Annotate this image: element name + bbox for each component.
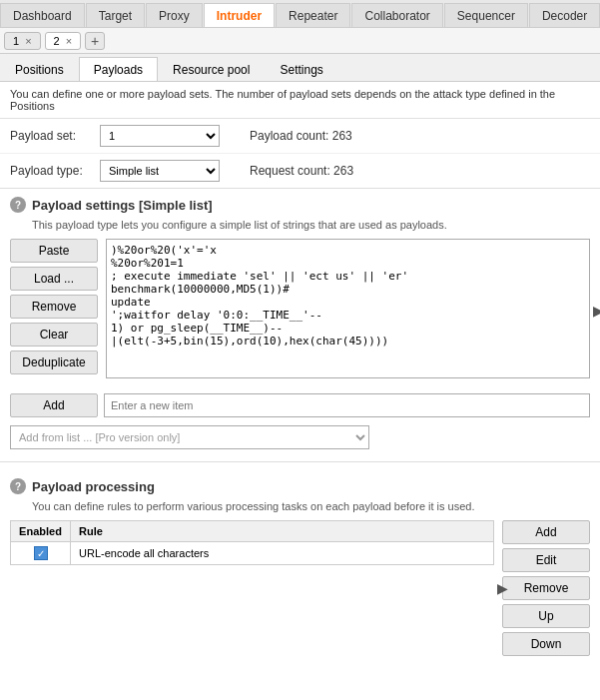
- add-tab-button[interactable]: +: [85, 32, 105, 50]
- add-item-row: Add: [0, 389, 600, 421]
- payload-count-label: Payload count:: [250, 129, 328, 143]
- num-tab-2-label: 2: [54, 35, 60, 47]
- main-content: You can define one or more payload sets.…: [0, 82, 600, 700]
- rule-cell: URL-encode all characters: [71, 542, 494, 565]
- payload-settings-header: ? Payload settings [Simple list]: [0, 189, 600, 217]
- remove-button[interactable]: Remove: [10, 295, 98, 319]
- tab-proxy[interactable]: Proxy: [146, 3, 203, 27]
- payload-type-select[interactable]: Simple list Runtime file Brute forcer: [100, 160, 220, 182]
- num-tab-2-close[interactable]: ×: [66, 35, 72, 47]
- payload-textarea[interactable]: )%20or%20('x'='x %20or%201=1 ; execute i…: [106, 239, 590, 378]
- num-tab-1-close[interactable]: ×: [25, 35, 31, 47]
- col-header-rule: Rule: [71, 521, 494, 542]
- payload-processing-title: Payload processing: [32, 479, 155, 494]
- top-nav-bar: Dashboard Target Proxy Intruder Repeater…: [0, 0, 600, 28]
- paste-button[interactable]: Paste: [10, 239, 98, 263]
- payload-settings-help-icon[interactable]: ?: [10, 197, 26, 213]
- processing-area: Enabled Rule ✓ URL-encode all characters…: [0, 520, 600, 656]
- deduplicate-button[interactable]: Deduplicate: [10, 350, 98, 374]
- processing-add-button[interactable]: Add: [502, 520, 590, 544]
- processing-down-button[interactable]: Down: [502, 632, 590, 656]
- request-count-info: Request count: 263: [250, 164, 353, 178]
- processing-up-button[interactable]: Up: [502, 604, 590, 628]
- section-divider: [0, 461, 600, 462]
- processing-table-wrap: Enabled Rule ✓ URL-encode all characters…: [10, 520, 494, 656]
- col-header-enabled: Enabled: [11, 521, 71, 542]
- add-from-list-row: Add from list ... [Pro version only]: [0, 421, 600, 453]
- tab-settings[interactable]: Settings: [265, 57, 337, 81]
- tab-repeater[interactable]: Repeater: [276, 3, 350, 27]
- payload-list-area: Paste Load ... Remove Clear Deduplicate …: [0, 239, 600, 389]
- payload-count-info: Payload count: 263: [250, 129, 352, 143]
- tab-payloads[interactable]: Payloads: [79, 57, 158, 81]
- load-button[interactable]: Load ...: [10, 267, 98, 291]
- scroll-arrow-icon: ▶: [593, 303, 600, 319]
- payload-set-row: Payload set: 1 2 Payload count: 263: [0, 119, 600, 154]
- tab-dashboard[interactable]: Dashboard: [0, 3, 85, 27]
- payload-set-select[interactable]: 1 2: [100, 125, 220, 147]
- payload-processing-help-icon[interactable]: ?: [10, 478, 26, 494]
- num-tab-1-label: 1: [13, 35, 19, 47]
- clear-button[interactable]: Clear: [10, 323, 98, 347]
- enabled-cell: ✓: [11, 542, 71, 565]
- tab-intruder[interactable]: Intruder: [204, 3, 275, 27]
- processing-action-buttons: Add Edit Remove Up Down: [494, 520, 590, 656]
- payload-type-label: Payload type:: [10, 164, 90, 178]
- payload-processing-header: ? Payload processing: [0, 470, 600, 498]
- request-count-label: Request count:: [250, 164, 330, 178]
- add-from-list-select[interactable]: Add from list ... [Pro version only]: [10, 425, 369, 449]
- processing-table: Enabled Rule ✓ URL-encode all characters: [10, 520, 494, 565]
- payload-type-row: Payload type: Simple list Runtime file B…: [0, 154, 600, 189]
- info-bar: You can define one or more payload sets.…: [0, 82, 600, 119]
- enabled-checkbox[interactable]: ✓: [34, 546, 48, 560]
- processing-remove-button[interactable]: Remove: [502, 576, 590, 600]
- tab-positions[interactable]: Positions: [0, 57, 79, 81]
- payload-settings-title: Payload settings [Simple list]: [32, 198, 213, 213]
- payload-set-label: Payload set:: [10, 129, 90, 143]
- tab-decoder[interactable]: Decoder: [529, 3, 600, 27]
- num-tab-2[interactable]: 2 ×: [45, 32, 82, 50]
- table-row: ✓ URL-encode all characters: [11, 542, 494, 565]
- request-count-value: 263: [333, 164, 353, 178]
- payload-text-container: )%20or%20('x'='x %20or%201=1 ; execute i…: [106, 239, 590, 381]
- add-item-input[interactable]: [104, 393, 590, 417]
- add-item-button[interactable]: Add: [10, 393, 98, 417]
- payload-count-value: 263: [332, 129, 352, 143]
- list-action-buttons: Paste Load ... Remove Clear Deduplicate: [10, 239, 98, 381]
- tab-target[interactable]: Target: [86, 3, 145, 27]
- section-tabs: Positions Payloads Resource pool Setting…: [0, 54, 600, 82]
- tab-collaborator[interactable]: Collaborator: [351, 3, 442, 27]
- payload-processing-desc: You can define rules to perform various …: [0, 498, 600, 520]
- num-tab-1[interactable]: 1 ×: [4, 32, 41, 50]
- proc-scroll-arrow-icon: ▶: [497, 580, 508, 596]
- payload-settings-desc: This payload type lets you configure a s…: [0, 217, 600, 239]
- tab-resource-pool[interactable]: Resource pool: [158, 57, 265, 81]
- processing-edit-button[interactable]: Edit: [502, 548, 590, 572]
- numbered-tabs-row: 1 × 2 × +: [0, 28, 600, 54]
- tab-sequencer[interactable]: Sequencer: [444, 3, 528, 27]
